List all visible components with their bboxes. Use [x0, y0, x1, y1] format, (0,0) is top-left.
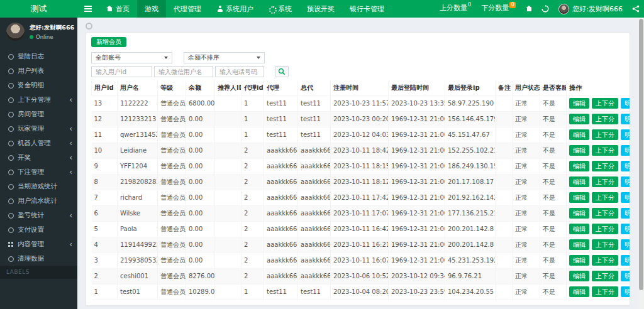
top-header: 测试 首页 游戏 代理管理 [0, 0, 644, 18]
sidebar-menu-item[interactable]: 用户流水统计 ‹ [0, 193, 77, 208]
cell-actions: 编辑 上下分 明细 [567, 127, 630, 143]
vertical-scrollbar-thumb[interactable] [639, 19, 643, 290]
detail-button[interactable]: 明细 [621, 161, 630, 171]
updown-score-button[interactable]: 上下分 [592, 286, 618, 297]
edit-button[interactable]: 编辑 [569, 176, 589, 187]
brand-logo[interactable]: 测试 [0, 0, 77, 18]
detail-button[interactable]: 明细 [621, 208, 630, 219]
detail-button[interactable]: 明细 [621, 114, 630, 124]
wechat-name-input[interactable] [154, 66, 213, 77]
detail-button[interactable]: 明细 [621, 176, 630, 187]
sidebar-menu-item[interactable]: 当期游戏统计 ‹ [0, 179, 77, 193]
cell-register-time: 2023-10-11 18:42:22 [331, 143, 389, 158]
updown-score-button[interactable]: 上下分 [592, 114, 618, 124]
nav-item[interactable]: 代理管理 [166, 0, 209, 18]
edit-button[interactable]: 编辑 [569, 255, 589, 266]
sidebar-menu-item[interactable]: 下注管理 ‹ [0, 165, 77, 179]
edit-button[interactable]: 编辑 [569, 192, 589, 203]
sidebar-menu-item[interactable]: 登陆日志 ‹ [0, 49, 77, 63]
sidebar-menu-item[interactable]: 支付设置 ‹ [0, 222, 77, 237]
detail-button[interactable]: 明细 [621, 192, 630, 203]
nav-item-icon [106, 6, 113, 12]
updown-score-button[interactable]: 上下分 [592, 176, 618, 187]
updown-score-button[interactable]: 上下分 [592, 208, 618, 219]
sidebar-menu-item[interactable]: 机器人管理 ‹ [0, 136, 77, 150]
edit-button[interactable]: 编辑 [569, 239, 589, 250]
edit-button[interactable]: 编辑 [569, 208, 589, 219]
cell-actions: 编辑 上下分 明细 [567, 205, 630, 221]
detail-button[interactable]: 明细 [621, 129, 630, 140]
sidebar-menu-item[interactable]: 用户列表 ‹ [0, 63, 77, 78]
settings-button[interactable] [628, 0, 644, 18]
sidebar-menu-item[interactable]: 开奖 ‹ [0, 150, 77, 165]
detail-button[interactable]: 明细 [621, 239, 630, 250]
cell-referrer-id [215, 95, 242, 111]
edit-button[interactable]: 编辑 [569, 271, 589, 281]
sidebar-toggle-button[interactable] [77, 0, 99, 18]
updown-score-button[interactable]: 上下分 [592, 145, 618, 156]
column-header: 备注 [496, 81, 513, 95]
sidebar-menu-item[interactable]: 上下分管理 ‹ [0, 92, 77, 107]
nav-item[interactable]: 首页 [99, 0, 137, 18]
search-button[interactable] [275, 66, 289, 77]
down-score-link[interactable]: 下分数量 0 [476, 0, 521, 18]
account-type-value: 全部账号 [96, 53, 121, 62]
cell-remark [496, 252, 513, 268]
nav-item[interactable]: 预设开奖 [299, 0, 342, 18]
updown-score-button[interactable]: 上下分 [592, 192, 618, 203]
updown-score-button[interactable]: 上下分 [592, 129, 618, 140]
nav-item[interactable]: 系统用户 [209, 0, 261, 18]
updown-score-button[interactable]: 上下分 [592, 239, 618, 250]
updown-score-button[interactable]: 上下分 [592, 271, 618, 281]
user-id-input[interactable] [91, 66, 152, 77]
updown-score-button[interactable]: 上下分 [592, 255, 618, 266]
edit-button[interactable]: 编辑 [569, 161, 589, 171]
sidebar-menu-item[interactable]: 清理数据 ‹ [0, 251, 77, 266]
cell-actions: 编辑 上下分 明细 [567, 158, 630, 174]
cell-level: 普通会员 [158, 143, 186, 158]
cell-remark [496, 221, 513, 237]
edit-button[interactable]: 编辑 [569, 145, 589, 156]
edit-button[interactable]: 编辑 [569, 224, 589, 234]
sidebar-menu-item[interactable]: 盈亏统计 ‹ [0, 208, 77, 222]
cell-general-agent: test11 [298, 284, 331, 300]
up-score-link[interactable]: 上分数量 0 [435, 0, 476, 18]
updown-score-button[interactable]: 上下分 [592, 98, 618, 109]
nav-item-label: 代理管理 [174, 4, 201, 14]
nav-item[interactable]: 系统 [261, 0, 299, 18]
cell-username: qwer1314521 [118, 127, 158, 143]
cell-agent: test11 [264, 127, 298, 143]
phone-number-input[interactable] [215, 66, 264, 77]
edit-button[interactable]: 编辑 [569, 129, 589, 140]
detail-button[interactable]: 明细 [621, 224, 630, 234]
detail-button[interactable]: 明细 [621, 271, 630, 281]
cell-user-id: 13 [92, 95, 118, 111]
sidebar-menu-item[interactable]: 玩家管理 ‹ [0, 121, 77, 136]
sidebar-menu-item[interactable]: 内容管理 ‹ [0, 237, 77, 251]
home-button[interactable] [521, 0, 537, 18]
edit-button[interactable]: 编辑 [569, 114, 589, 124]
detail-button[interactable]: 明细 [621, 145, 630, 156]
nav-item[interactable]: 银行卡管理 [342, 0, 392, 18]
cell-username: 11914499231 [118, 237, 158, 252]
cell-user-id: 10 [92, 143, 118, 158]
cell-remark [496, 268, 513, 284]
cell-username: 21993805329 [118, 252, 158, 268]
refresh-button[interactable] [537, 0, 553, 18]
sidebar-menu-item[interactable]: 资金明细 ‹ [0, 78, 77, 92]
sidebar-menu: 登陆日志 ‹ 用户列表 ‹ 资金明细 ‹ 上下分管理 ‹ [0, 49, 77, 266]
updown-score-button[interactable]: 上下分 [592, 161, 618, 171]
user-menu[interactable]: 您好:发财啊666 [553, 0, 628, 18]
updown-score-button[interactable]: 上下分 [592, 224, 618, 234]
nav-item[interactable]: 游戏 [137, 0, 166, 18]
detail-button[interactable]: 明细 [621, 98, 630, 109]
sidebar-menu-item[interactable]: 房间管理 ‹ [0, 107, 77, 121]
menu-item-icon [8, 256, 13, 261]
edit-button[interactable]: 编辑 [569, 98, 589, 109]
account-type-select[interactable]: 全部账号 [91, 52, 172, 63]
add-member-button[interactable]: 新增会员 [91, 37, 126, 47]
edit-button[interactable]: 编辑 [569, 286, 589, 297]
detail-button[interactable]: 明细 [621, 286, 630, 297]
balance-sort-select[interactable]: 余额不排序 [184, 52, 265, 63]
detail-button[interactable]: 明细 [621, 255, 630, 266]
